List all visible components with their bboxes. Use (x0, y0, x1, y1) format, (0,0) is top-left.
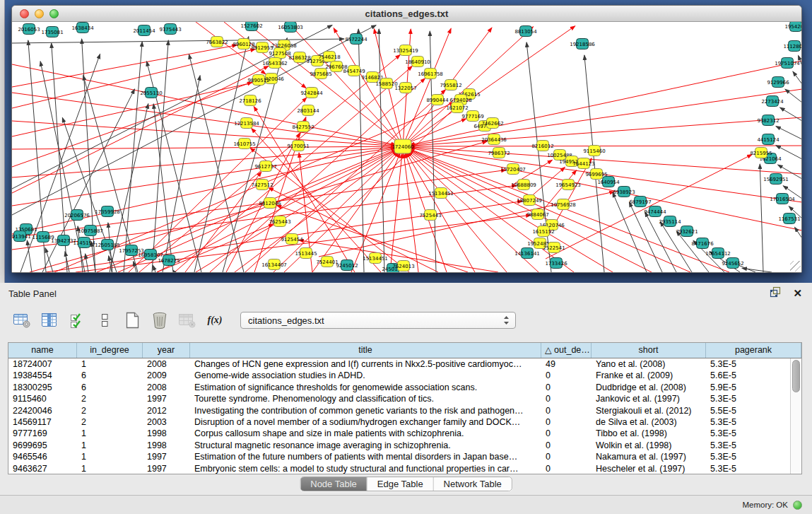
table-scrollbar-thumb[interactable] (792, 360, 800, 392)
table-cell: Investigating the contribution of common… (190, 405, 541, 416)
network-node-label: 1167531 (778, 216, 800, 222)
network-node-label: 16961758 (418, 71, 443, 77)
network-node-label: 2935114 (659, 219, 681, 225)
network-node-label: 8215955 (750, 151, 772, 156)
window-resize-grip[interactable] (790, 261, 801, 271)
table-cell: 0 (541, 428, 592, 439)
network-node-label: 19218586 (570, 42, 595, 47)
table-cell: 2 (77, 405, 143, 416)
network-node-label: 8990444 (426, 98, 449, 103)
table-cell: 6 (77, 370, 143, 381)
table-cell: 18724007 (8, 358, 77, 370)
table-selector-dropdown[interactable]: citations_edges.txt (240, 312, 516, 329)
table-cell: 1998 (143, 440, 190, 451)
table-cell: 5.3E-5 (706, 440, 790, 451)
tab-network-table[interactable]: Network Table (434, 477, 512, 491)
table-cell: 1 (77, 428, 143, 439)
column-header-out_de[interactable]: △ out_de… (541, 343, 592, 358)
table-row[interactable]: 1830029562008Estimation of significance … (8, 382, 790, 393)
table-cell: Wolkin et al. (1998) (592, 440, 706, 451)
column-header-pagerank[interactable]: pagerank (706, 343, 801, 358)
table-row[interactable]: 969969511998Structural magnetic resonanc… (8, 440, 790, 451)
network-node-label: 19751074 (775, 61, 800, 66)
float-panel-icon[interactable] (770, 286, 782, 300)
left-edge-panel (0, 0, 5, 283)
network-node-label: 15134451 (363, 256, 388, 262)
network-node-label: 14136141 (514, 251, 540, 257)
network-node-label: 8454749 (343, 69, 365, 74)
network-node-label: 9699695 (585, 172, 607, 177)
network-node-label: 9125454 (281, 237, 303, 243)
column-header-in_degree[interactable]: in_degree (77, 343, 143, 358)
table-cell: 5.3E-5 (706, 416, 790, 428)
close-window-icon[interactable] (20, 9, 29, 18)
table-row[interactable]: 1456911722003Disruption of a novel membe… (8, 416, 790, 428)
column-header-name[interactable]: name (8, 343, 77, 358)
network-node-label: 9242844 (300, 90, 323, 96)
column-header-year[interactable]: year (143, 343, 190, 358)
table-row[interactable]: 977716911998Corpus callosum shape and si… (8, 428, 790, 439)
network-node-label: 1640954 (597, 180, 620, 185)
table-header-row: namein_degreeyeartitle△ out_de…shortpage… (8, 343, 801, 358)
network-window-titlebar[interactable]: citations_edges.txt (12, 6, 801, 22)
network-canvas[interactable]: 2016053173508116384342011454937544315276… (12, 22, 801, 272)
network-node-label: 1735081 (41, 30, 63, 35)
network-node-label: 1112804 (783, 44, 801, 49)
table-cell: 6 (77, 382, 143, 393)
delete-column-icon[interactable] (151, 311, 169, 329)
table-row[interactable]: 1938455462009Genome-wide association stu… (8, 370, 790, 381)
show-columns-icon[interactable] (40, 311, 59, 329)
minimize-window-icon[interactable] (35, 9, 44, 18)
network-node-label: 9245652 (722, 261, 743, 267)
table-row[interactable]: 946554611997Estimation of the future num… (8, 451, 790, 462)
table-cell: 9115460 (8, 393, 77, 404)
table-cell: 49 (541, 358, 592, 370)
table-cell: 0 (541, 451, 592, 462)
table-cell: 5.3E-5 (706, 428, 790, 439)
table-cell: 1 (77, 440, 143, 451)
network-node-label: 9382312 (757, 118, 779, 124)
network-node-label: 17016504 (770, 197, 795, 202)
table-row[interactable]: 1872400712008Changes of HCN gene express… (8, 358, 790, 370)
close-panel-icon[interactable]: ✕ (793, 288, 802, 298)
network-node-label: 2016053 (18, 27, 40, 33)
table-cell: 5.6E-5 (706, 370, 790, 381)
column-header-title[interactable]: title (190, 343, 541, 358)
network-node-label: 16543362 (262, 61, 288, 66)
unselect-all-icon[interactable] (95, 311, 114, 329)
table-row[interactable]: 946362711997Embryonic stem cells: a mode… (8, 463, 790, 474)
network-window[interactable]: citations_edges.txt 20160531735081163843… (11, 5, 802, 273)
table-scrollbar[interactable] (790, 358, 801, 474)
column-header-short[interactable]: short (592, 343, 706, 358)
network-node-label: 13325419 (393, 48, 418, 54)
table-cell: 1 (77, 463, 143, 474)
network-node-label: 1638434 (71, 25, 94, 31)
network-node-label: 9146821 (361, 75, 383, 81)
table-tabs: Node Table Edge Table Network Table (300, 477, 512, 491)
table-cell: Hescheler et al. (1997) (592, 463, 706, 474)
table-cell: 5.3E-5 (706, 358, 790, 370)
network-node-label: 7955812 (440, 83, 461, 88)
table-cell: 19384554 (8, 370, 77, 381)
function-builder-icon[interactable]: f(x) (206, 311, 224, 329)
network-svg[interactable]: 2016053173508116384342011454937544315276… (12, 22, 801, 272)
table-row[interactable]: 911546021997Tourette syndrome. Phenomeno… (8, 393, 790, 404)
network-node-label: 12213584 (234, 121, 259, 127)
tab-node-table[interactable]: Node Table (300, 477, 367, 491)
select-all-icon[interactable] (68, 311, 86, 329)
table-cell: 2012 (143, 405, 190, 416)
new-column-icon[interactable] (123, 311, 141, 329)
table-cell: Tibbo et al. (1998) (592, 428, 706, 439)
zoom-window-icon[interactable] (49, 9, 59, 18)
network-node-label: 7546218 (318, 54, 340, 60)
memory-status-dot[interactable] (793, 501, 802, 510)
network-desktop: citations_edges.txt 20160531735081163843… (0, 0, 812, 283)
table-cell: Corpus callosum shape and size in male p… (190, 428, 541, 439)
table-cell: 1997 (143, 451, 190, 462)
table-settings-icon[interactable] (13, 311, 31, 329)
network-node-label: 8471676 (691, 241, 714, 247)
table-cell: 14569117 (8, 416, 77, 428)
network-node-label: 1733426 (545, 261, 567, 267)
table-row[interactable]: 2242004622012Investigating the contribut… (8, 405, 790, 416)
tab-edge-table[interactable]: Edge Table (367, 477, 434, 491)
